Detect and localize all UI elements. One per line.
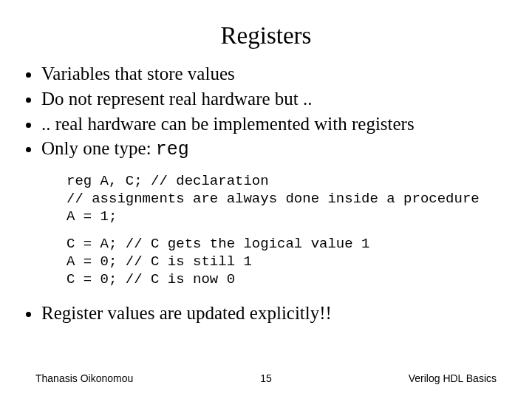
- bullet-item: Do not represent real hardware but ..: [41, 86, 532, 112]
- bullet-text: Only one type:: [41, 138, 156, 158]
- bullet-item: Register values are updated explicitly!!: [41, 301, 532, 326]
- bullet-list-top: Variables that store values Do not repre…: [0, 61, 532, 163]
- slide-title: Registers: [0, 0, 532, 57]
- code-block-assignments: C = A; // C gets the logical value 1 A =…: [66, 236, 532, 288]
- code-block-declaration: reg A, C; // declaration // assignments …: [66, 173, 532, 225]
- inline-code: reg: [156, 139, 189, 160]
- bullet-item: Variables that store values: [41, 61, 532, 86]
- slide: Registers Variables that store values Do…: [0, 0, 532, 399]
- bullet-item: .. real hardware can be implemented with…: [41, 112, 532, 137]
- footer-author: Thanasis Oikonomou: [35, 372, 133, 384]
- footer-topic: Verilog HDL Basics: [409, 372, 497, 384]
- footer-page-number: 15: [260, 372, 272, 384]
- bullet-item-only-type: Only one type: reg: [41, 136, 532, 163]
- slide-footer: Thanasis Oikonomou 15 Verilog HDL Basics: [0, 372, 532, 384]
- bullet-list-bottom: Register values are updated explicitly!!: [0, 301, 532, 326]
